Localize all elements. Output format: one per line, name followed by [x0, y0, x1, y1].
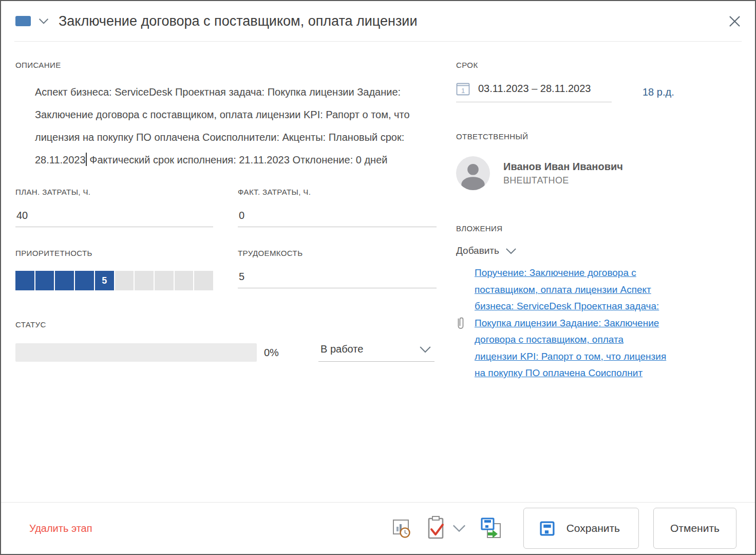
- save-floppy-icon: [539, 521, 555, 536]
- description-textarea[interactable]: Аспект бизнеса: ServiceDesk Проектная за…: [35, 81, 416, 171]
- priority-segment[interactable]: [75, 271, 94, 290]
- close-icon[interactable]: [728, 14, 742, 28]
- priority-field-group: ПРИОРИТЕТНОСТЬ 5: [15, 249, 213, 290]
- attachments-add-button[interactable]: Добавить: [456, 245, 517, 256]
- status-row: 0% В работе: [15, 343, 437, 362]
- deadline-date-input[interactable]: 1 03.11.2023 – 28.11.2023: [456, 82, 612, 102]
- complexity-field-group: ТРУДОЕМКОСТЬ 5: [238, 249, 437, 290]
- deadline-range: 03.11.2023 – 28.11.2023: [478, 83, 591, 95]
- responsible-department: ВНЕШТАТНОЕ: [503, 175, 623, 186]
- priority-segment[interactable]: [194, 271, 213, 290]
- priority-segment[interactable]: [135, 271, 154, 290]
- description-text-before-caret: Аспект бизнеса: ServiceDesk Проектная за…: [35, 86, 410, 165]
- report-clock-icon[interactable]: [391, 516, 411, 540]
- right-column: СРОК 1 03.11.2023 – 28.11.2023 18 р.д. О…: [456, 42, 741, 502]
- cancel-button-label: Отменить: [670, 522, 720, 534]
- actual-hours-input[interactable]: 0: [238, 210, 437, 227]
- description-label: ОПИСАНИЕ: [15, 61, 437, 69]
- priority-segment[interactable]: [175, 271, 194, 290]
- avatar: [456, 156, 490, 190]
- attachment-item: Поручение: Заключение договора с поставщ…: [456, 265, 741, 382]
- status-dropdown-value: В работе: [320, 343, 363, 355]
- svg-text:1: 1: [461, 87, 465, 95]
- paperclip-icon: [456, 316, 465, 331]
- status-dropdown-chevron-icon: [419, 346, 431, 353]
- priority-value: 5: [102, 275, 107, 286]
- calendar-icon: 1: [456, 82, 470, 96]
- priority-segment[interactable]: [15, 271, 34, 290]
- complexity-label: ТРУДОЕМКОСТЬ: [238, 249, 437, 257]
- save-and-next-icon[interactable]: [479, 516, 503, 541]
- delete-stage-button[interactable]: Удалить этап: [29, 523, 92, 534]
- status-percent: 0%: [264, 347, 288, 359]
- dialog-body: ОПИСАНИЕ Аспект бизнеса: ServiceDesk Про…: [1, 42, 755, 502]
- attachments-add-label: Добавить: [456, 245, 499, 256]
- priority-segment[interactable]: [115, 271, 134, 290]
- actual-hours-field-group: ФАКТ. ЗАТРАТЫ, Ч. 0: [238, 188, 437, 227]
- status-progress-bar: [15, 343, 257, 362]
- attachment-link[interactable]: Поручение: Заключение договора с поставщ…: [475, 265, 667, 382]
- status-label: СТАТУС: [15, 320, 437, 329]
- priority-segment[interactable]: [35, 271, 54, 290]
- actual-hours-label: ФАКТ. ЗАТРАТЫ, Ч.: [238, 188, 437, 196]
- priority-bar[interactable]: 5: [15, 271, 213, 290]
- save-button-label: Сохранить: [566, 522, 620, 534]
- responsible-card[interactable]: Иванов Иван Иванович ВНЕШТАТНОЕ: [456, 156, 741, 190]
- clipboard-chevron-down-icon[interactable]: [452, 524, 466, 532]
- dialog-header: Заключение договора с поставщиком, оплат…: [1, 1, 755, 41]
- priority-segment[interactable]: [155, 271, 174, 290]
- planned-hours-label: ПЛАН. ЗАТРАТЫ, Ч.: [15, 188, 213, 196]
- left-column: ОПИСАНИЕ Аспект бизнеса: ServiceDesk Про…: [15, 42, 437, 502]
- deadline-label: СРОК: [456, 61, 741, 69]
- clipboard-check-icon[interactable]: [425, 515, 447, 542]
- dialog-title: Заключение договора с поставщиком, оплат…: [59, 13, 720, 29]
- deadline-duration[interactable]: 18 р.д.: [642, 86, 674, 98]
- responsible-name: Иванов Иван Иванович: [503, 161, 623, 173]
- attachments-add-chevron-icon: [505, 248, 517, 254]
- complexity-input[interactable]: 5: [238, 271, 437, 288]
- responsible-label: ОТВЕТСТВЕННЫЙ: [456, 132, 741, 141]
- priority-segment[interactable]: [55, 271, 74, 290]
- planned-hours-input[interactable]: 40: [15, 210, 213, 227]
- attachments-label: ВЛОЖЕНИЯ: [456, 224, 741, 233]
- cancel-button[interactable]: Отменить: [653, 508, 736, 549]
- priority-label: ПРИОРИТЕТНОСТЬ: [15, 249, 213, 257]
- deadline-row: 1 03.11.2023 – 28.11.2023 18 р.д.: [456, 82, 741, 102]
- planned-hours-field-group: ПЛАН. ЗАТРАТЫ, Ч. 40: [15, 188, 213, 227]
- dialog-footer: Удалить этап: [1, 503, 755, 554]
- description-text-after-caret: Фактический срок исполнения: 21.11.2023 …: [87, 154, 388, 165]
- save-button[interactable]: Сохранить: [523, 508, 639, 549]
- task-color-marker-icon: [15, 16, 31, 26]
- priority-segment[interactable]: 5: [95, 271, 114, 290]
- title-chevron-down-icon[interactable]: [39, 18, 49, 24]
- status-dropdown[interactable]: В работе: [318, 343, 434, 362]
